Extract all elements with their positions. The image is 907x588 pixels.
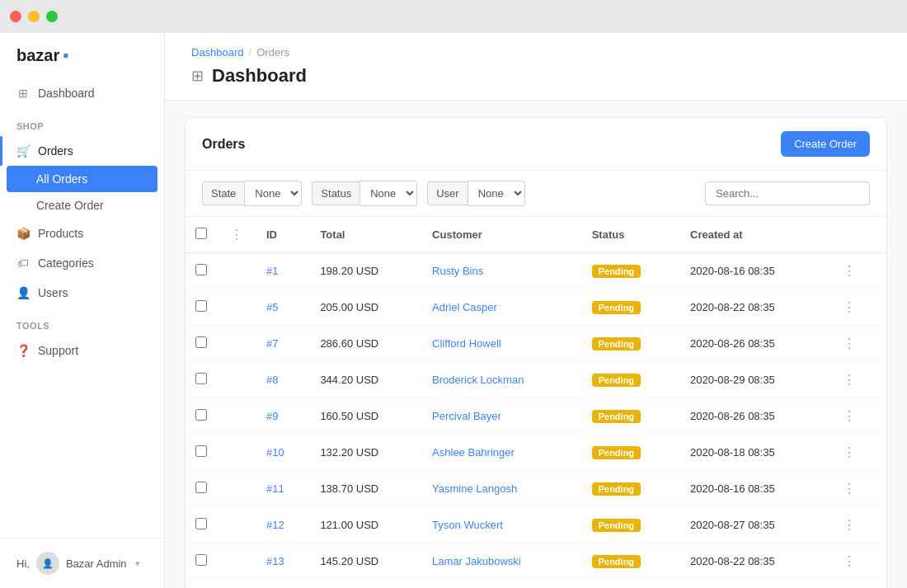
orders-title: Orders [202,137,245,152]
row-checkbox[interactable] [195,300,207,312]
user-select[interactable]: None [468,181,525,206]
row-more-button[interactable]: ⋮ [839,552,859,571]
row-customer: Tyson Wuckert [422,507,582,543]
customer-link[interactable]: Broderick Lockman [432,374,524,386]
order-link[interactable]: #13 [266,555,284,567]
row-checkbox[interactable] [195,373,207,384]
order-link[interactable]: #7 [266,337,278,350]
breadcrumb-dashboard[interactable]: Dashboard [191,46,244,59]
sidebar-item-support[interactable]: ❓ Support [0,336,164,365]
table-row: #9 160.50 USD Percival Bayer Pending 202… [186,398,886,435]
row-checkbox-col [186,507,217,543]
create-order-button[interactable]: Create Order [781,131,870,157]
customer-link[interactable]: Lamar Jakubowski [432,555,521,567]
row-created-at: 2020-08-16 08:35 [680,253,829,289]
row-created-at: 2020-08-29 08:35 [680,362,829,398]
row-customer: Adriel Casper [422,289,582,326]
status-label: Status [312,181,360,205]
customer-link[interactable]: Percival Bayer [432,410,501,422]
row-checkbox[interactable] [195,264,207,275]
customer-link[interactable]: Adriel Casper [432,301,497,313]
table-row: #11 138.70 USD Yasmine Langosh Pending 2… [186,471,886,507]
page-title-icon: ⊞ [191,67,204,85]
col-customer: Customer [422,217,582,253]
row-checkbox[interactable] [195,336,207,348]
row-more-button[interactable]: ⋮ [839,407,859,426]
maximize-button[interactable] [46,11,58,22]
row-customer: Rusty Bins [422,253,582,289]
customer-link[interactable]: Ashlee Bahringer [432,446,515,459]
sidebar-subitem-label: All Orders [36,172,87,186]
sidebar-subitem-all-orders[interactable]: All Orders [7,166,157,192]
row-id: #5 [256,289,310,326]
row-actions: ⋮ [829,289,886,326]
order-link[interactable]: #12 [266,519,284,531]
page-title-row: ⊞ Dashboard [191,65,881,87]
row-dots-col [217,398,256,435]
row-more-button[interactable]: ⋮ [839,298,859,317]
row-more-button[interactable]: ⋮ [839,443,859,462]
header-dots-button[interactable]: ⋮ [227,225,247,244]
row-id: #12 [256,507,310,543]
order-link[interactable]: #9 [266,410,278,422]
row-id: #10 [256,435,310,471]
row-checkbox[interactable] [195,482,207,493]
logo-text: bazar [16,46,59,65]
sidebar-subitem-label: Create Order [36,199,104,212]
sidebar: bazar▪ ⊞ Dashboard SHOP 🛒 Orders All Ord… [0,33,165,588]
row-customer: Broderick Lockman [422,362,582,398]
order-link[interactable]: #1 [266,265,278,277]
select-all-checkbox[interactable] [195,228,207,239]
order-link[interactable]: #5 [266,301,278,313]
sidebar-item-categories[interactable]: 🏷 Categories [0,248,164,278]
row-checkbox[interactable] [195,445,207,457]
row-more-button[interactable]: ⋮ [839,515,859,534]
close-button[interactable] [10,11,21,22]
users-icon: 👤 [16,286,30,299]
row-customer: Percival Bayer [422,398,582,435]
customer-link[interactable]: Tyson Wuckert [432,519,503,531]
minimize-button[interactable] [28,11,40,22]
user-label: User [427,181,467,205]
row-more-button[interactable]: ⋮ [839,479,859,498]
row-more-button[interactable]: ⋮ [839,261,859,280]
row-more-button[interactable]: ⋮ [839,370,859,389]
sidebar-item-orders[interactable]: 🛒 Orders [0,136,164,166]
order-link[interactable]: #10 [266,446,284,459]
row-id: #9 [256,398,310,435]
row-status: Pending [582,362,680,398]
sidebar-item-users[interactable]: 👤 Users [0,278,164,308]
sidebar-item-label: Support [38,344,78,357]
status-badge: Pending [592,337,641,350]
row-created-at: 2020-08-26 08:35 [680,326,829,362]
logo: bazar▪ [0,33,164,78]
row-dots-col [217,580,256,589]
row-checkbox-col [186,471,217,507]
sidebar-subitem-create-order[interactable]: Create Order [7,192,157,219]
row-checkbox[interactable] [195,554,207,566]
status-select[interactable]: None [360,181,417,206]
status-filter-group: Status None [312,181,417,206]
row-checkbox[interactable] [195,518,207,529]
customer-link[interactable]: Yasmine Langosh [432,482,517,495]
sidebar-item-dashboard[interactable]: ⊞ Dashboard [0,78,164,108]
row-checkbox[interactable] [195,409,207,421]
customer-link[interactable]: Clifford Howell [432,337,501,350]
order-link[interactable]: #8 [266,374,278,386]
sidebar-section-shop: SHOP [0,108,164,136]
row-checkbox-col [186,543,217,580]
state-filter-group: State None [202,181,302,206]
row-status: Pending [582,580,680,589]
search-input[interactable] [705,181,870,205]
row-more-button[interactable]: ⋮ [839,334,859,353]
row-total: 121.00 USD [310,507,422,543]
row-actions: ⋮ [829,362,886,398]
state-select[interactable]: None [244,181,302,206]
order-link[interactable]: #11 [266,482,284,495]
filters-row: State None Status None User None [186,171,886,217]
logo-dot: ▪ [63,46,68,65]
sidebar-item-products[interactable]: 📦 Products [0,219,164,248]
row-id: #8 [256,362,310,398]
sidebar-footer[interactable]: Hi, 👤 Bazar Admin ▾ [0,538,164,588]
customer-link[interactable]: Rusty Bins [432,265,483,277]
